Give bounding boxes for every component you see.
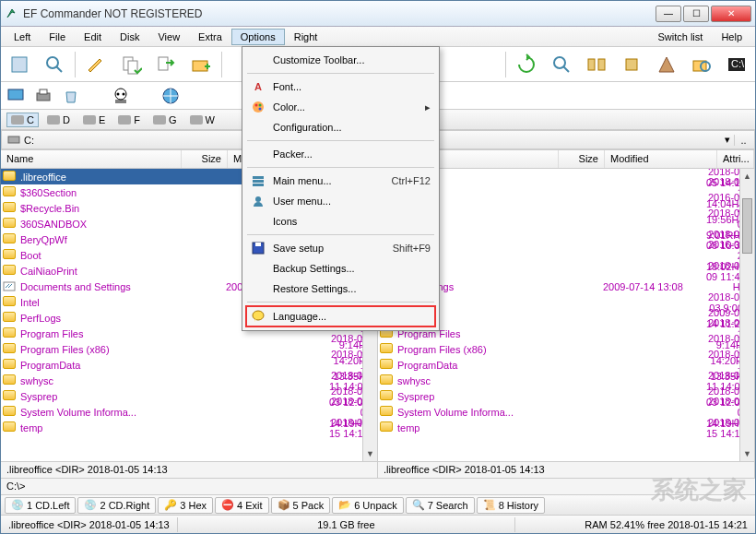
file-row[interactable]: Program Files (x86)2018-01-15 14:20R	[378, 341, 754, 357]
tb-split-icon[interactable]	[582, 50, 611, 79]
menu-view[interactable]: View	[148, 29, 189, 45]
command-prompt: C:\>	[6, 481, 25, 492]
dd-main-menu[interactable]: Main menu...Ctrl+F12	[245, 171, 436, 191]
file-row[interactable]: System Volume Informa...2018-01-05 14:19…	[1, 404, 377, 420]
t2-globe-icon[interactable]	[159, 85, 182, 107]
scroll-down-icon[interactable]: ▼	[740, 446, 754, 461]
col-size[interactable]: Size	[559, 150, 605, 168]
file-row[interactable]: ProgramData2018-01-15 13:35H	[1, 357, 377, 373]
tb-find-folder-icon[interactable]	[687, 50, 716, 79]
bottom-selection: .libreoffice <DIR> 2018-01-05 14:13	[1, 517, 178, 532]
fkey-pack[interactable]: 📦5 Pack	[271, 497, 331, 514]
drive-d[interactable]: D	[42, 113, 75, 127]
menu-icon	[251, 173, 266, 188]
scroll-thumb[interactable]	[742, 198, 752, 254]
dd-language[interactable]: Language...	[245, 305, 436, 327]
menu-left[interactable]: Left	[5, 29, 40, 45]
svg-line-2	[56, 66, 62, 72]
tb-new-icon[interactable]	[5, 50, 34, 79]
tb-folder-add-icon[interactable]	[186, 50, 216, 79]
status-row: .libreoffice <DIR> 2018-01-05 14:13 .lib…	[1, 461, 755, 478]
svg-rect-32	[253, 184, 264, 186]
dd-restore-settings[interactable]: Restore Settings...	[245, 279, 436, 299]
t2-trash-icon[interactable]	[60, 85, 82, 107]
tb-pyramid-icon[interactable]	[652, 50, 681, 79]
col-name[interactable]: Name	[1, 150, 182, 168]
dd-packer[interactable]: Packer...	[245, 144, 436, 164]
tb-edit-icon[interactable]	[81, 50, 111, 79]
file-row[interactable]: swhysc2018-01-11 14:07	[378, 373, 754, 388]
dd-user-menu[interactable]: User menu...	[245, 191, 436, 211]
scroll-down-icon[interactable]: ▼	[363, 446, 377, 461]
fkey-exit[interactable]: ⛔4 Exit	[215, 497, 269, 514]
file-row[interactable]: System Volume Informa...2018-01-05 14:19…	[378, 404, 754, 420]
tb-refresh-icon[interactable]	[512, 50, 541, 79]
font-icon: A	[251, 79, 266, 94]
dd-configuration[interactable]: Configuration...	[245, 117, 436, 137]
dd-backup-settings[interactable]: Backup Settings...	[245, 258, 436, 279]
col-modified[interactable]: Modified	[605, 150, 717, 168]
window-title: EF Commander NOT REGISTERED	[23, 7, 656, 20]
command-line[interactable]: C:\>	[1, 478, 755, 494]
save-icon	[251, 241, 266, 255]
fkey-cd-right[interactable]: 💿2 CD.Right	[77, 497, 156, 514]
dd-font[interactable]: AFont...	[245, 77, 436, 97]
function-keys: 💿1 CD.Left💿2 CD.Right🔑3 Hex⛔4 Exit📦5 Pac…	[1, 494, 755, 515]
drive-f[interactable]: F	[113, 113, 145, 127]
col-attr[interactable]: Attri...	[717, 150, 754, 168]
scrollbar-right[interactable]: ▲ ▼	[739, 169, 754, 461]
svg-point-21	[123, 92, 125, 95]
chevron-down-icon[interactable]: ▾	[725, 134, 730, 146]
svg-rect-31	[253, 180, 264, 183]
fkey-unpack[interactable]: 📂6 Unpack	[332, 497, 403, 514]
maximize-button[interactable]: ☐	[683, 6, 709, 22]
col-size[interactable]: Size	[182, 150, 228, 168]
dd-customize-toolbar[interactable]: Customize Toolbar...	[245, 50, 436, 70]
svg-point-20	[117, 92, 120, 95]
file-row[interactable]: swhysc2018-01-11 14:07	[1, 373, 377, 388]
svg-rect-18	[40, 89, 47, 94]
tb-copy-icon[interactable]	[116, 50, 146, 79]
dd-color[interactable]: Color...▸	[245, 97, 436, 117]
tb-search-icon[interactable]	[40, 50, 69, 79]
dd-icons[interactable]: Icons	[245, 211, 436, 231]
fkey-search[interactable]: 🔍7 Search	[406, 497, 475, 514]
menu-right[interactable]: Right	[285, 29, 327, 45]
fkey-cd-left[interactable]: 💿1 CD.Left	[5, 497, 76, 514]
t2-skull-icon[interactable]	[110, 85, 132, 107]
file-row[interactable]: temp2018-01-15 14:13	[378, 420, 754, 435]
t2-desktop-icon[interactable]	[5, 85, 27, 107]
tb-move-icon[interactable]	[151, 50, 181, 79]
bottom-free-space: 19.1 GB free	[178, 517, 515, 532]
menu-file[interactable]: File	[40, 29, 75, 45]
file-row[interactable]: ProgramData2018-01-15 13:35H	[378, 357, 754, 373]
tb-console-icon[interactable]: C:\	[722, 50, 751, 79]
dd-save-setup[interactable]: Save setupShift+F9	[245, 238, 436, 258]
path-updir-icon[interactable]: ..	[734, 135, 749, 146]
fkey-hex[interactable]: 🔑3 Hex	[158, 497, 213, 514]
drive-w[interactable]: W	[185, 113, 219, 127]
file-row[interactable]: Program Files (x86)2018-01-15 14:20R	[1, 341, 377, 357]
drive-g[interactable]: G	[148, 113, 182, 127]
app-icon	[5, 6, 19, 21]
t2-printer-icon[interactable]	[32, 85, 54, 107]
menu-edit[interactable]: Edit	[75, 29, 111, 45]
tb-zoom-icon[interactable]	[547, 50, 576, 79]
menu-help[interactable]: Help	[712, 29, 751, 45]
menu-extra[interactable]: Extra	[189, 29, 231, 45]
file-row[interactable]: Sysprep2018-01-03 12:07	[378, 388, 754, 404]
svg-point-29	[259, 108, 262, 111]
drive-c[interactable]: C	[6, 113, 39, 127]
file-row[interactable]: Sysprep2018-01-03 12:07	[1, 388, 377, 404]
menu-options[interactable]: Options	[231, 29, 285, 45]
scroll-up-icon[interactable]: ▲	[740, 169, 754, 184]
close-button[interactable]: ✕	[711, 6, 751, 22]
menu-switch-list[interactable]: Switch list	[648, 29, 712, 45]
file-row[interactable]: temp2018-01-15 14:13	[1, 420, 377, 435]
minimize-button[interactable]: —	[656, 6, 681, 22]
fkey-history[interactable]: 📜8 History	[477, 497, 545, 514]
menu-disk[interactable]: Disk	[111, 29, 148, 45]
drive-e[interactable]: E	[78, 113, 110, 127]
svg-rect-35	[255, 243, 261, 246]
tb-join-icon[interactable]	[617, 50, 646, 79]
